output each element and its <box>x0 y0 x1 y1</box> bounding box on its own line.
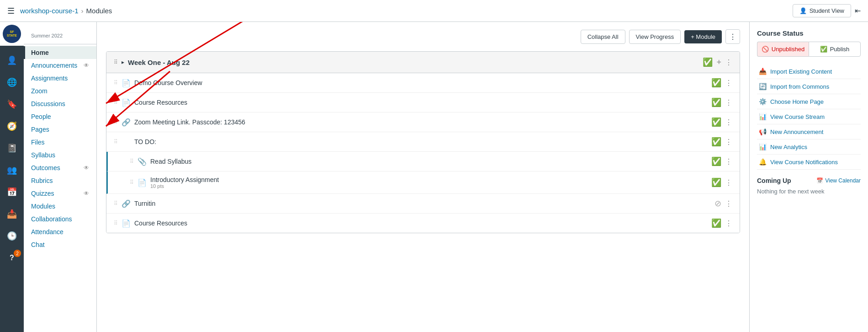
sidebar-item-collaborations[interactable]: Collaborations <box>24 213 96 225</box>
new-announcement-link[interactable]: 📢 New Announcement <box>757 124 861 139</box>
compass-nav-icon[interactable]: 🧭 <box>0 115 24 137</box>
item-title-course-resources-2[interactable]: Course Resources <box>134 220 708 227</box>
module-drag-handle[interactable]: ⠿ <box>114 59 118 65</box>
module-kebab-button[interactable]: ⋮ <box>725 58 732 67</box>
view-calendar-link[interactable]: 📅 View Calendar <box>816 177 861 184</box>
module-actions: ✅ + ⋮ <box>703 57 732 67</box>
item-drag-handle[interactable]: ⠿ <box>114 99 118 106</box>
item-title-todo[interactable]: TO DO: <box>134 138 708 145</box>
people-icon: 👥 <box>7 165 17 175</box>
choose-home-link[interactable]: ⚙️ Choose Home Page <box>757 94 861 109</box>
item-unpublished-icon: ⊘ <box>715 198 721 209</box>
unpublished-button[interactable]: 🚫 Unpublished <box>757 42 809 57</box>
logo[interactable]: SFSTATE <box>0 22 24 46</box>
visibility-icon-quizzes: 👁 <box>84 190 89 197</box>
item-published-check: ✅ <box>711 97 721 107</box>
item-drag-handle[interactable]: ⠿ <box>114 80 118 86</box>
sidebar-item-rubrics[interactable]: Rubrics <box>24 174 96 187</box>
breadcrumb-course[interactable]: workshop-course-1 <box>20 7 79 15</box>
toolbar-kebab-button[interactable]: ⋮ <box>725 29 740 44</box>
sidebar-item-home[interactable]: Home <box>24 46 96 59</box>
item-kebab-button[interactable]: ⋮ <box>725 138 732 146</box>
module-item: ⠿ TO DO: ✅ ⋮ <box>106 132 740 152</box>
item-kebab-button[interactable]: ⋮ <box>725 199 732 208</box>
item-kebab-button[interactable]: ⋮ <box>725 178 732 187</box>
sidebar-item-syllabus[interactable]: Syllabus <box>24 149 96 161</box>
compass-icon: 🧭 <box>7 121 17 131</box>
course-status-title: Course Status <box>757 29 861 37</box>
item-drag-handle[interactable]: ⠿ <box>130 179 134 186</box>
item-drag-handle[interactable]: ⠿ <box>114 119 118 125</box>
item-drag-handle[interactable]: ⠿ <box>114 139 118 145</box>
item-title-turnitin[interactable]: Turnitin <box>134 200 711 207</box>
assignment-icon: 📄 <box>138 178 147 187</box>
publish-button[interactable]: ✅ Publish <box>809 42 861 57</box>
new-analytics-link[interactable]: 📊 New Analytics <box>757 139 861 155</box>
collapse-all-button[interactable]: Collapse All <box>581 30 625 44</box>
unpublished-label: Unpublished <box>772 46 804 53</box>
sidebar-item-pages[interactable]: Pages <box>24 123 96 136</box>
calendar-nav-icon[interactable]: 📅 <box>0 181 24 203</box>
view-stream-label: View Course Stream <box>770 113 825 120</box>
notebook-nav-icon[interactable]: 📓 <box>0 137 24 159</box>
item-drag-handle[interactable]: ⠿ <box>114 220 118 226</box>
item-kebab-button[interactable]: ⋮ <box>725 157 732 166</box>
sidebar-item-discussions[interactable]: Discussions <box>24 97 96 110</box>
item-title-demo[interactable]: Demo Course Overview <box>134 79 708 86</box>
sidebar-item-announcements[interactable]: Announcements 👁 <box>24 59 96 72</box>
item-name: Introductory Assignment <box>150 176 708 183</box>
module-chevron[interactable]: ▸ <box>122 59 124 65</box>
sf-state-logo: SFSTATE <box>3 25 21 43</box>
item-title-read-syllabus[interactable]: Read Syllabus <box>150 158 708 165</box>
item-actions: ⊘ ⋮ <box>715 198 732 209</box>
sidebar-item-modules[interactable]: Modules <box>24 200 96 213</box>
sidebar-item-zoom[interactable]: Zoom <box>24 85 96 97</box>
account-icon: 👤 <box>7 55 17 65</box>
item-drag-handle[interactable]: ⠿ <box>130 158 134 165</box>
view-stream-link[interactable]: 📊 View Course Stream <box>757 109 861 124</box>
item-title-zoom[interactable]: Zoom Meeting Link. Passcode: 123456 <box>134 118 708 126</box>
bookmark-icon: 🔖 <box>7 99 17 109</box>
account-nav-icon[interactable]: 👤 <box>0 49 24 71</box>
calendar-icon-small: 📅 <box>816 177 823 184</box>
nav-icons: 👤 🌐 🔖 🧭 📓 👥 📅 📥 <box>0 46 24 269</box>
semester-label: Summer 2022 <box>24 33 96 42</box>
item-title-resources[interactable]: Course Resources <box>134 99 708 106</box>
breadcrumb-current: Modules <box>86 7 112 15</box>
item-kebab-button[interactable]: ⋮ <box>725 79 732 87</box>
bookmark-nav-icon[interactable]: 🔖 <box>0 93 24 115</box>
collapse-nav-button[interactable]: ⇤ <box>855 6 861 15</box>
hamburger-menu[interactable]: ☰ <box>7 6 15 16</box>
help-nav-icon[interactable]: ? <box>0 247 24 269</box>
item-actions: ✅ ⋮ <box>711 117 732 127</box>
import-existing-link[interactable]: 📥 Import Existing Content <box>757 64 861 79</box>
item-title-intro-assignment[interactable]: Introductory Assignment 10 pts <box>150 176 708 189</box>
history-nav-icon[interactable]: 🕒 <box>0 225 24 247</box>
sidebar-item-assignments[interactable]: Assignments <box>24 72 96 85</box>
sidebar-item-quizzes[interactable]: Quizzes 👁 <box>24 187 96 200</box>
sidebar-item-attendance[interactable]: Attendance <box>24 225 96 238</box>
inbox-nav-icon[interactable]: 📥 <box>0 203 24 225</box>
files-label: Files <box>31 139 45 146</box>
visibility-icon-outcomes: 👁 <box>84 165 89 171</box>
import-commons-link[interactable]: 🔄 Import from Commons <box>757 79 861 94</box>
view-notifications-link[interactable]: 🔔 View Course Notifications <box>757 155 861 170</box>
item-drag-handle[interactable]: ⠿ <box>114 200 118 207</box>
add-module-button[interactable]: + Module <box>684 30 722 43</box>
syllabus-label: Syllabus <box>31 151 55 159</box>
sidebar-item-files[interactable]: Files <box>24 136 96 149</box>
people-nav-icon[interactable]: 👥 <box>0 159 24 181</box>
item-kebab-button[interactable]: ⋮ <box>725 219 732 228</box>
item-kebab-button[interactable]: ⋮ <box>725 98 732 107</box>
coming-up-header: Coming Up 📅 View Calendar <box>757 177 861 184</box>
student-view-button[interactable]: 👤 Student View <box>793 4 851 17</box>
sidebar-item-people[interactable]: People <box>24 110 96 123</box>
view-progress-button[interactable]: View Progress <box>629 30 681 44</box>
globe-nav-icon[interactable]: 🌐 <box>0 71 24 93</box>
module-add-item-button[interactable]: + <box>716 58 721 67</box>
nav-divider-top <box>24 44 96 44</box>
sidebar-item-outcomes[interactable]: Outcomes 👁 <box>24 161 96 174</box>
item-kebab-button[interactable]: ⋮ <box>725 118 732 127</box>
pages-label: Pages <box>31 126 49 133</box>
sidebar-item-chat[interactable]: Chat <box>24 238 96 251</box>
